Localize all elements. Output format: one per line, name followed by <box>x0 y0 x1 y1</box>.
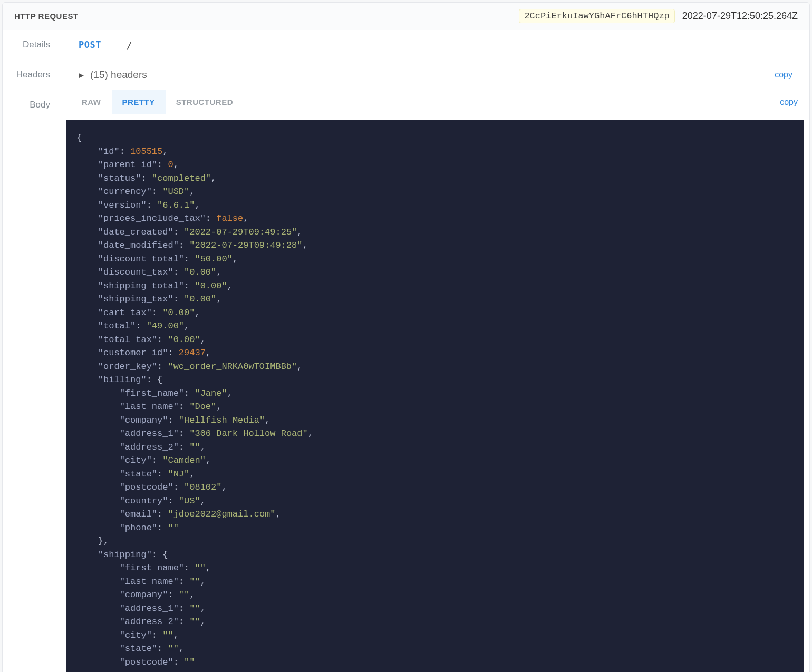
headers-label: Headers <box>3 70 61 80</box>
http-method: POST <box>79 40 101 50</box>
tab-structured[interactable]: STRUCTURED <box>166 90 244 114</box>
details-label: Details <box>3 40 61 50</box>
json-body-viewer[interactable]: { "id": 105515, "parent_id": 0, "status"… <box>66 120 804 672</box>
http-request-panel: HTTP REQUEST 2CcPiErkuIawYGhAFrC6hHTHQzp… <box>2 2 810 672</box>
copy-headers-link[interactable]: copy <box>775 70 792 80</box>
body-section: Body RAW PRETTY STRUCTURED copy { "id": … <box>3 90 809 672</box>
panel-header: HTTP REQUEST 2CcPiErkuIawYGhAFrC6hHTHQzp… <box>3 3 809 30</box>
http-path: / <box>127 40 132 51</box>
body-label: Body <box>3 90 61 672</box>
panel-title: HTTP REQUEST <box>14 12 79 21</box>
request-id-badge: 2CcPiErkuIawYGhAFrC6hHTHQzp <box>519 9 674 23</box>
tab-raw[interactable]: RAW <box>71 90 112 114</box>
tab-pretty[interactable]: PRETTY <box>112 90 166 114</box>
request-timestamp: 2022-07-29T12:50:25.264Z <box>682 11 798 22</box>
copy-body-link[interactable]: copy <box>780 98 798 107</box>
headers-row: Headers ▶ (15) headers copy <box>3 60 809 90</box>
headers-summary[interactable]: (15) headers <box>90 69 147 81</box>
details-row: Details POST / <box>3 30 809 60</box>
expand-icon[interactable]: ▶ <box>79 71 84 79</box>
body-tabs: RAW PRETTY STRUCTURED copy <box>61 90 809 114</box>
